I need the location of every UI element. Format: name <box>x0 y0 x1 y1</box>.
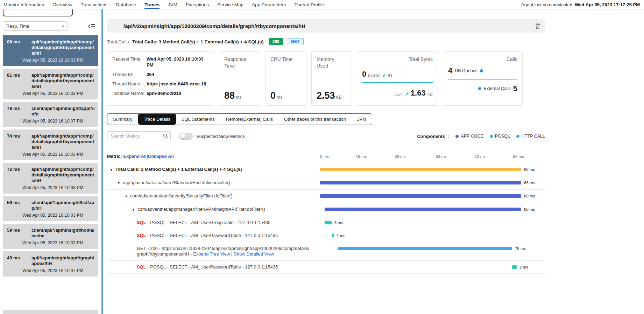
duration-bar[interactable] <box>320 168 521 171</box>
trace-list-item-partial[interactable] <box>3 310 98 314</box>
bytes-in-unit: byte(s) <box>368 73 380 77</box>
http-call-dot-icon <box>516 135 519 138</box>
trace-list-item[interactable]: 59 ms client/api/*/apminsight/home/cache… <box>3 224 98 249</box>
trace-list-item[interactable]: 49 ms api/*/apminsight/app/*/graph/apdex… <box>3 251 98 277</box>
tab-trace-details[interactable]: Trace Details <box>138 114 176 125</box>
timeline-track: 86 ms <box>320 203 521 216</box>
tab-jvm[interactable]: JVM <box>352 114 372 125</box>
trace-list-item[interactable]: 88 ms api/*/apminsight/app/*/comp/detail… <box>3 35 98 66</box>
trace-tree-row: GET - 200 - https://navin-11328-t:8446/a… <box>107 242 545 261</box>
nav-item-transactions[interactable]: Transactions <box>81 0 108 9</box>
duration-bar[interactable] <box>332 234 334 237</box>
metrics-toolbar: Suspected Slow Metrics Components : APP … <box>107 131 545 141</box>
sql-prefix: SQL <box>137 220 146 225</box>
calls-card: Calls 4 DB Queries External Calls 5 <box>443 51 523 106</box>
collapse-all-link[interactable]: Collapse All <box>148 154 174 159</box>
legend-http-call: HTTP CALL <box>516 134 545 139</box>
cpu-time-label: CPU Time <box>270 56 301 63</box>
nav-item-app-parameters[interactable]: App Parameters <box>252 0 286 9</box>
cpu-time-card: CPU Time 0ms <box>265 51 306 106</box>
search-metrics-input[interactable] <box>107 131 171 141</box>
nav-item-thread-profile[interactable]: Thread Profile <box>295 0 324 9</box>
caret-down-icon[interactable]: ▼ <box>125 195 128 198</box>
suspected-slow-metrics-label: Suspected Slow Metrics <box>196 134 245 139</box>
collapse-panel-icon[interactable] <box>88 23 95 29</box>
method-badge: GET <box>287 38 304 45</box>
trace-name: api/*/apminsight/app/*/comp/details/grap… <box>31 133 95 150</box>
expand-tree-view-link[interactable]: Expand Tree View <box>193 251 230 257</box>
thread-name-label: Thread Name: <box>112 81 147 87</box>
show-detailed-view-link[interactable]: Show Detailed View <box>234 251 274 257</box>
trace-name: api/*/apminsight/app/*/comp/details/grap… <box>31 167 95 183</box>
suspected-slow-metrics-toggle[interactable] <box>179 133 193 140</box>
total-calls-value: Total Calls: 3 Method Call(s) + 1 Extern… <box>132 39 264 44</box>
nav-item-exceptions[interactable]: Exceptions <box>186 0 209 9</box>
trace-titlebar: ← /api/v2/apminsight/app/10000209/comp/d… <box>107 19 545 33</box>
external-calls-dot-icon <box>478 87 481 90</box>
memory-used-value: 2.53 <box>317 90 335 101</box>
nav-item-jvm[interactable]: JVM <box>168 0 177 9</box>
total-calls-row: Total Calls: Total Calls: 3 Method Call(… <box>107 38 545 45</box>
nav-item-overview[interactable]: Overview <box>52 0 72 9</box>
metric-label: Metric: <box>107 154 122 159</box>
sort-dropdown-value: Resp. Time <box>6 23 29 29</box>
duration-bar[interactable] <box>512 265 517 269</box>
trace-tree-row: SQL - PGSQL - SELECT - AM_UserGroupTable… <box>107 216 545 229</box>
external-calls-label: External Calls <box>484 86 511 91</box>
calls-divider <box>448 79 517 79</box>
tab-sql-statements[interactable]: SQL Statements <box>176 114 220 125</box>
duration-bar[interactable] <box>320 181 521 184</box>
back-button[interactable]: ← <box>112 23 119 29</box>
tree-row-label: ▼com/adventnet/iam/security/SecurityFilt… <box>107 190 320 203</box>
caret-down-icon[interactable]: ▼ <box>110 168 113 172</box>
expand-all-link[interactable]: Expand All <box>123 154 147 159</box>
delete-trace-icon[interactable] <box>535 23 540 29</box>
tree-row-label: ▼Total Calls: 3 Method Call(s) + 1 Exter… <box>107 163 320 176</box>
response-time-unit: ms <box>236 95 241 100</box>
trace-list-item[interactable]: 72 ms api/*/apminsight/app/*/comp/detail… <box>3 163 98 194</box>
metric-header-row: Metric: Expand All|Collapse All 0 ms 18 … <box>107 154 545 161</box>
sql-prefix: SQL <box>137 264 146 270</box>
nav-item-database[interactable]: Database <box>116 0 136 9</box>
caret-down-icon[interactable]: ▼ <box>132 208 135 211</box>
trace-duration: 59 ms <box>7 200 28 211</box>
tab-summary[interactable]: Summary <box>107 114 138 125</box>
tree-row-label: SQL - PGSQL - SELECT - AM_UserGroupTable… <box>107 216 320 229</box>
tab-other-traces[interactable]: Other traces of this transaction <box>278 114 352 125</box>
duration-bar[interactable] <box>320 194 521 198</box>
duration-bar[interactable] <box>325 208 521 211</box>
trace-list-item[interactable]: 59 ms client/api/*/apminsight/list/app/h… <box>3 196 98 221</box>
request-time-value: Wed Apr 05, 2023 16:10:03 PM <box>147 56 209 68</box>
sql-statement: - PGSQL - SELECT - AM_UserPasswordTable … <box>146 233 278 238</box>
sidebar-search-input[interactable] <box>3 9 73 16</box>
legend-pgsql: PGSQL <box>490 134 510 139</box>
timeline-track: 2 ms <box>320 261 521 273</box>
legend-pgsql-label: PGSQL <box>495 134 510 139</box>
search-metrics-box <box>107 131 171 141</box>
duration-bar[interactable] <box>325 221 332 224</box>
trace-list-item[interactable]: 74 ms api/*/apminsight/app/*/comp/detail… <box>3 130 98 160</box>
bytes-out-label: OUT <box>395 92 403 96</box>
agent-last-communicated-value: Wed Apr 05, 2023 17:17:25 PM <box>575 2 640 7</box>
tab-remote-external-calls[interactable]: Remote(External) Calls <box>220 114 278 125</box>
nav-item-service-map[interactable]: Service Map <box>217 0 243 9</box>
nav-item-traces[interactable]: Traces <box>144 0 160 9</box>
response-time-value: 88 <box>224 90 235 101</box>
bytes-out-unit: KB <box>427 92 433 96</box>
db-queries-value: 4 <box>448 66 452 75</box>
sort-dropdown[interactable]: Resp. Time ▾ <box>3 21 68 31</box>
trace-time: Wed Apr 05, 2023 16:10:03 PM <box>7 152 95 157</box>
nav-item-monitor-information[interactable]: Monitor Information <box>3 0 44 9</box>
sidebar-scrollbar[interactable] <box>101 9 103 314</box>
trace-list-item[interactable]: 81 ms api/*/apminsight/app/*/comp/detail… <box>3 69 98 99</box>
bytes-in-value: 0 <box>362 70 366 79</box>
timeline-track: 3 ms <box>320 216 521 229</box>
thread-id-label: Thread Id: <box>112 71 147 77</box>
trace-duration: 88 ms <box>7 39 28 56</box>
trace-name: client/api/*/apminsight/list/app/hH <box>31 200 95 211</box>
duration-bar[interactable] <box>338 247 512 250</box>
tree-row-label: SQL - PGSQL - SELECT - AM_UserPasswordTa… <box>107 229 320 242</box>
components-colon: : <box>448 134 449 139</box>
caret-down-icon[interactable]: ▼ <box>117 181 120 185</box>
trace-list-item[interactable]: 78 ms client/api/*/apminsight/app/*/info… <box>3 102 98 127</box>
